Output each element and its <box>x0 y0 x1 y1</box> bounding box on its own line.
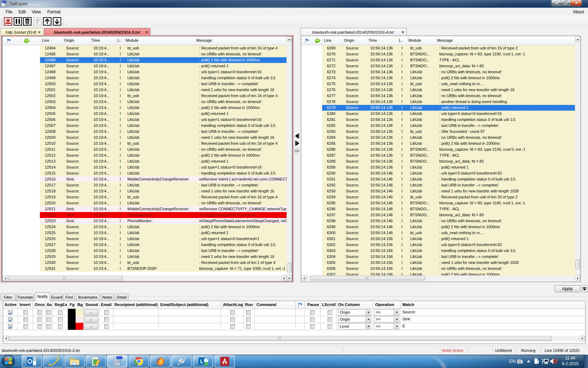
svg-text:L: L <box>200 359 203 364</box>
